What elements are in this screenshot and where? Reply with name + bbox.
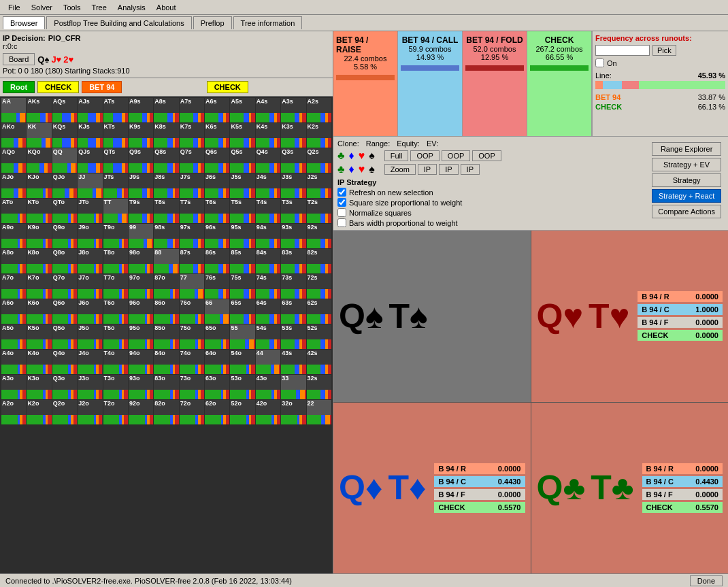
root-button[interactable]: Root	[3, 81, 35, 93]
matrix-cell-a9o[interactable]: A9o	[1, 224, 26, 248]
matrix-cell-74o[interactable]: 74o	[180, 350, 204, 374]
matrix-cell-t3o[interactable]: T3o	[103, 375, 128, 399]
matrix-cell-83o[interactable]: 83o	[154, 375, 178, 399]
strategy-ev-button[interactable]: Strategy + EV	[652, 158, 721, 171]
ip-btn-2[interactable]: IP	[439, 164, 458, 175]
ip-btn-3[interactable]: IP	[461, 164, 480, 175]
refresh-checkbox[interactable]	[337, 188, 346, 197]
matrix-cell-92o[interactable]: 92o	[129, 400, 153, 424]
matrix-cell-99[interactable]: 99	[129, 224, 153, 248]
matrix-cell-93s[interactable]: 93s	[281, 224, 305, 248]
matrix-cell-jts[interactable]: JTs	[103, 173, 128, 198]
matrix-cell-q9s[interactable]: Q9s	[129, 148, 153, 173]
matrix-cell-k9s[interactable]: K9s	[129, 123, 153, 148]
matrix-cell-q7o[interactable]: Q7o	[52, 274, 77, 299]
matrix-cell-qjo[interactable]: QJo	[52, 173, 77, 198]
matrix-cell-k7o[interactable]: K7o	[27, 274, 51, 299]
matrix-cell-q4s[interactable]: Q4s	[256, 148, 280, 173]
menu-file[interactable]: File	[3, 2, 26, 13]
matrix-cell-a2o[interactable]: A2o	[1, 400, 26, 424]
matrix-cell-87s[interactable]: 87s	[180, 249, 204, 273]
matrix-cell-ats[interactable]: ATs	[103, 98, 128, 122]
compare-actions-button[interactable]: Compare Actions	[652, 205, 721, 218]
diamond-icon-2[interactable]: ♦	[349, 163, 354, 175]
matrix-cell-54o[interactable]: 54o	[230, 350, 254, 374]
matrix-cell-88[interactable]: 88	[154, 249, 178, 273]
matrix-cell-42s[interactable]: 42s	[307, 350, 331, 374]
matrix-cell-t2s[interactable]: T2s	[307, 199, 331, 223]
matrix-cell-a8s[interactable]: A8s	[154, 98, 178, 122]
matrix-cell-83s[interactable]: 83s	[281, 249, 305, 273]
matrix-cell-t5o[interactable]: T5o	[103, 324, 128, 349]
matrix-cell-ako[interactable]: AKo	[1, 123, 26, 148]
matrix-cell-42o[interactable]: 42o	[256, 400, 280, 424]
matrix-cell-a7s[interactable]: A7s	[180, 98, 204, 122]
strategy-button[interactable]: Strategy	[652, 173, 721, 187]
matrix-cell-54s[interactable]: 54s	[256, 324, 280, 349]
matrix-cell-95o[interactable]: 95o	[129, 324, 153, 349]
oop-btn-3[interactable]: OOP	[472, 150, 501, 161]
matrix-cell-kjs[interactable]: KJs	[78, 123, 102, 148]
matrix-cell-t7o[interactable]: T7o	[103, 274, 128, 299]
matrix-cell-qjs[interactable]: QJs	[78, 148, 102, 173]
matrix-cell-q8s[interactable]: Q8s	[154, 148, 178, 173]
matrix-cell-t4o[interactable]: T4o	[103, 350, 128, 374]
matrix-cell-k5o[interactable]: K5o	[27, 324, 51, 349]
matrix-cell-98s[interactable]: 98s	[154, 224, 178, 248]
matrix-cell-74s[interactable]: 74s	[256, 274, 280, 299]
matrix-cell-k2s[interactable]: K2s	[307, 123, 331, 148]
matrix-cell-q9o[interactable]: Q9o	[52, 224, 77, 248]
matrix-cell-86o[interactable]: 86o	[154, 299, 178, 324]
matrix-cell-j8s[interactable]: J8s	[154, 173, 178, 198]
matrix-cell-44[interactable]: 44	[256, 350, 280, 374]
matrix-cell-k3o[interactable]: K3o	[27, 375, 51, 399]
matrix-cell-j2o[interactable]: J2o	[78, 400, 102, 424]
matrix-cell-j4o[interactable]: J4o	[78, 350, 102, 374]
matrix-cell-j5o[interactable]: J5o	[78, 324, 102, 349]
matrix-cell-75o[interactable]: 75o	[180, 324, 204, 349]
matrix-cell-52s[interactable]: 52s	[307, 324, 331, 349]
matrix-cell-k2o[interactable]: K2o	[27, 400, 51, 424]
matrix-cell-a6o[interactable]: A6o	[1, 299, 26, 324]
matrix-cell-k4s[interactable]: K4s	[256, 123, 280, 148]
matrix-cell-t6o[interactable]: T6o	[103, 299, 128, 324]
matrix-cell-82s[interactable]: 82s	[307, 249, 331, 273]
menu-about[interactable]: About	[151, 2, 182, 13]
matrix-cell-a3s[interactable]: A3s	[281, 98, 305, 122]
matrix-cell-k7s[interactable]: K7s	[180, 123, 204, 148]
tab-preflop[interactable]: Preflop	[193, 16, 232, 29]
matrix-cell-aks[interactable]: AKs	[27, 98, 51, 122]
matrix-cell-a7o[interactable]: A7o	[1, 274, 26, 299]
matrix-cell-a2s[interactable]: A2s	[307, 98, 331, 122]
check2-button[interactable]: CHECK	[207, 81, 248, 93]
oop-btn-1[interactable]: OOP	[410, 150, 439, 161]
check1-button[interactable]: CHECK	[37, 81, 79, 93]
matrix-cell-t8o[interactable]: T8o	[103, 249, 128, 273]
matrix-cell-q5s[interactable]: Q5s	[230, 148, 254, 173]
matrix-cell-aqs[interactable]: AQs	[52, 98, 77, 122]
matrix-cell-ato[interactable]: ATo	[1, 199, 26, 223]
diamond-icon-1[interactable]: ♦	[349, 150, 354, 162]
matrix-cell-k9o[interactable]: K9o	[27, 224, 51, 248]
matrix-cell-kjo[interactable]: KJo	[27, 173, 51, 198]
matrix-cell-84o[interactable]: 84o	[154, 350, 178, 374]
matrix-cell-76o[interactable]: 76o	[180, 299, 204, 324]
menu-tools[interactable]: Tools	[58, 2, 86, 13]
matrix-cell-t8s[interactable]: T8s	[154, 199, 178, 223]
matrix-cell-ajo[interactable]: AJo	[1, 173, 26, 198]
matrix-cell-j5s[interactable]: J5s	[230, 173, 254, 198]
club-icon-2[interactable]: ♣	[337, 163, 345, 175]
matrix-cell-qts[interactable]: QTs	[103, 148, 128, 173]
matrix-cell-a5s[interactable]: A5s	[230, 98, 254, 122]
board-button[interactable]: Board	[3, 53, 35, 65]
matrix-cell-j2s[interactable]: J2s	[307, 173, 331, 198]
matrix-cell-q5o[interactable]: Q5o	[52, 324, 77, 349]
matrix-cell-a3o[interactable]: A3o	[1, 375, 26, 399]
matrix-cell-j9o[interactable]: J9o	[78, 224, 102, 248]
matrix-cell-q2s[interactable]: Q2s	[307, 148, 331, 173]
menu-analysis[interactable]: Analysis	[112, 2, 151, 13]
full-button[interactable]: Full	[384, 150, 409, 161]
matrix-cell-86s[interactable]: 86s	[205, 249, 229, 273]
tab-browser[interactable]: Browser	[3, 16, 45, 29]
matrix-cell-k3s[interactable]: K3s	[281, 123, 305, 148]
